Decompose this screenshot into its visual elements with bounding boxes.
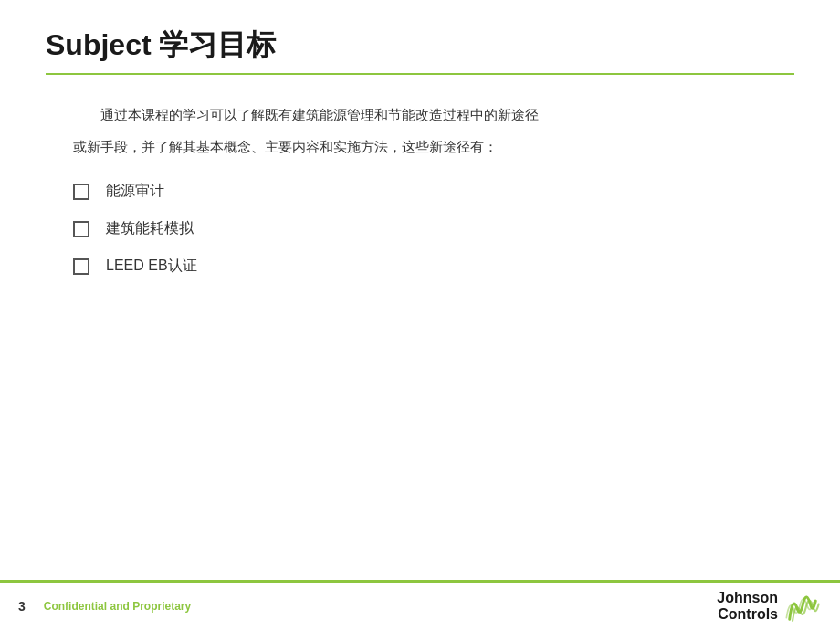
footer: 3 Confidential and Proprietary Johnson C… [0, 580, 840, 630]
list-item: 建筑能耗模拟 [73, 219, 767, 238]
logo-controls: Controls [718, 606, 778, 623]
title-area: Subject 学习目标 [46, 27, 794, 75]
list-item: 能源审计 [73, 182, 767, 201]
list-item: LEED EB认证 [73, 257, 767, 276]
title-english: Subject [46, 28, 152, 61]
footer-left: 3 Confidential and Proprietary [18, 599, 191, 614]
checkbox-icon [73, 221, 89, 237]
company-logo: Johnson Controls [717, 587, 822, 625]
bullet-list: 能源审计 建筑能耗模拟 LEED EB认证 [46, 182, 794, 276]
checkbox-icon [73, 184, 89, 200]
title-chinese: 学习目标 [159, 28, 276, 61]
bullet-text-2: 建筑能耗模拟 [106, 219, 194, 238]
checkbox-icon [73, 258, 89, 275]
intro-line1: 通过本课程的学习可以了解既有建筑能源管理和节能改造过程中的新途径 [46, 102, 794, 127]
bullet-text-1: 能源审计 [106, 182, 164, 201]
confidential-label: Confidential and Proprietary [44, 600, 191, 613]
slide-container: Subject 学习目标 通过本课程的学习可以了解既有建筑能源管理和节能改造过程… [0, 0, 840, 630]
main-content: Subject 学习目标 通过本课程的学习可以了解既有建筑能源管理和节能改造过程… [0, 0, 840, 580]
bullet-text-3: LEED EB认证 [106, 257, 197, 276]
page-number: 3 [18, 599, 26, 614]
logo-johnson: Johnson [717, 590, 778, 606]
slide-title: Subject 学习目标 [46, 27, 794, 62]
logo-wave-icon [783, 587, 822, 625]
intro-line2: 或新手段，并了解其基本概念、主要内容和实施方法，这些新途径有： [46, 134, 794, 159]
logo-text: Johnson Controls [717, 590, 778, 622]
